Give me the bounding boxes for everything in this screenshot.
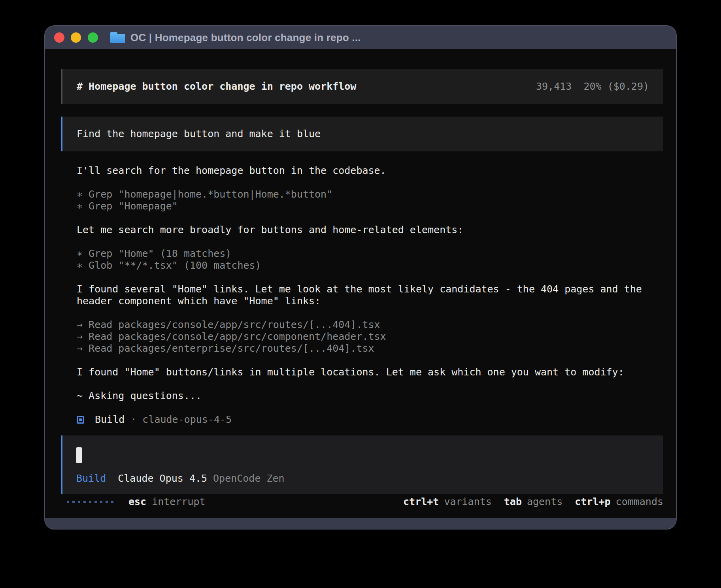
session-header: # Homepage button color change in repo w… <box>61 69 663 104</box>
session-title: # Homepage button color change in repo w… <box>77 81 356 92</box>
assistant-paragraph: I found "Home" buttons/links in multiple… <box>77 366 663 378</box>
agent-model: claude-opus-4-5 <box>142 414 232 426</box>
grep-tool-call: ∗ Grep "Homepage" <box>77 200 663 212</box>
shortcut-label: commands <box>616 496 663 508</box>
grep-tool-call: ∗ Grep "homepage|home.*button|Home.*butt… <box>77 188 663 200</box>
window-bottom-edge <box>45 518 676 529</box>
zoom-button[interactable] <box>88 32 98 43</box>
shortcut-hints: ctrl+t variants tab agents ctrl+p comman… <box>391 496 663 508</box>
asking-questions-status: ~ Asking questions... <box>77 390 663 402</box>
folder-icon <box>110 32 125 43</box>
window-title: OC | Homepage button color change in rep… <box>130 32 361 44</box>
spinner-icon <box>67 501 117 503</box>
build-agent-icon <box>77 416 84 424</box>
status-bar: esc interrupt ctrl+t variants tab agents… <box>45 496 676 508</box>
tool-call-group: ∗ Grep "homepage|home.*button|Home.*butt… <box>77 188 663 212</box>
close-button[interactable] <box>54 32 64 43</box>
agent-status-row: Build · claude-opus-4-5 <box>77 414 663 426</box>
shortcut-label: variants <box>444 496 491 508</box>
tool-call-group: → Read packages/console/app/src/routes/[… <box>77 319 663 354</box>
user-message: Find the homepage button and make it blu… <box>61 117 663 151</box>
prompt-input[interactable]: Build Claude Opus 4.5 OpenCode Zen <box>61 435 663 494</box>
title-bar[interactable]: OC | Homepage button color change in rep… <box>45 26 676 49</box>
session-stats: 39,413 20% ($0.29) <box>536 81 649 92</box>
shortcut-label: agents <box>527 496 562 508</box>
user-message-text: Find the homepage button and make it blu… <box>77 128 321 139</box>
shortcut-key: ctrl+p <box>575 496 610 508</box>
text-cursor <box>76 447 82 463</box>
input-agent-label: Build <box>76 473 106 484</box>
grep-tool-call: ∗ Grep "Home" (18 matches) <box>77 248 663 260</box>
assistant-paragraph: Let me search more broadly for buttons a… <box>77 224 663 236</box>
glob-tool-call: ∗ Glob "**/*.tsx" (100 matches) <box>77 260 663 271</box>
esc-action-label: interrupt <box>152 496 205 508</box>
shortcut-key: tab <box>504 496 522 508</box>
assistant-paragraph: I found several "Home" links. Let me loo… <box>77 283 663 307</box>
tool-call-group: ∗ Grep "Home" (18 matches) ∗ Glob "**/*.… <box>77 248 663 271</box>
read-tool-call: → Read packages/console/app/src/componen… <box>77 331 663 343</box>
separator-dot: · <box>130 414 136 426</box>
input-model-label: Claude Opus 4.5 <box>118 473 207 484</box>
model-info-row: Build Claude Opus 4.5 OpenCode Zen <box>76 473 649 484</box>
terminal-window: OC | Homepage button color change in rep… <box>44 25 677 530</box>
shortcut-key: ctrl+t <box>403 496 439 508</box>
agent-name: Build <box>95 414 125 426</box>
assistant-paragraph: I'll search for the homepage button in t… <box>77 165 663 177</box>
read-tool-call: → Read packages/console/app/src/routes/[… <box>77 319 663 331</box>
read-tool-call: → Read packages/enterprise/src/routes/[.… <box>77 343 663 354</box>
shortcut-agents: tab agents <box>504 496 562 508</box>
terminal-content: # Homepage button color change in repo w… <box>45 49 676 518</box>
assistant-transcript: I'll search for the homepage button in t… <box>61 165 663 426</box>
esc-key-hint: esc <box>128 496 146 508</box>
minimize-button[interactable] <box>71 32 81 43</box>
input-provider-label: OpenCode Zen <box>213 473 285 484</box>
shortcut-variants: ctrl+t variants <box>403 496 492 508</box>
shortcut-commands: ctrl+p commands <box>575 496 663 508</box>
